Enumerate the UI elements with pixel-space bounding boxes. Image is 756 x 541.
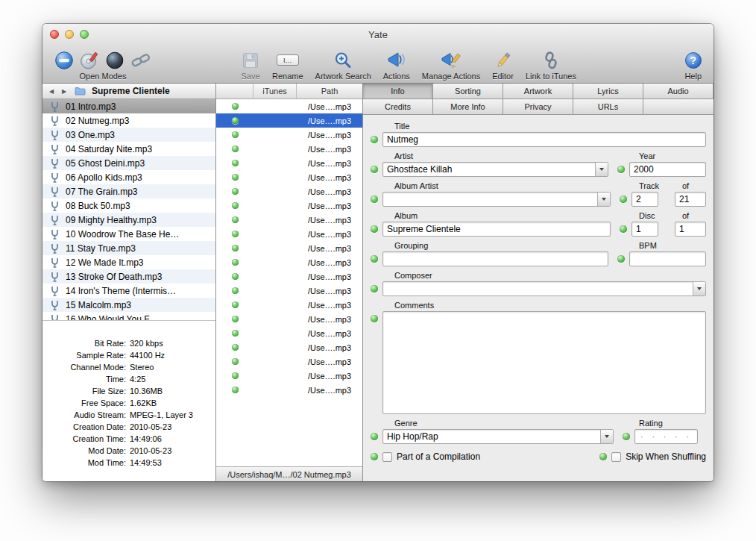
- sidebar-file-item[interactable]: 08 Buck 50.mp3: [42, 198, 215, 213]
- sidebar-file-item[interactable]: 09 Mighty Healthy.mp3: [42, 213, 215, 227]
- minus-circle-icon[interactable]: [54, 50, 74, 71]
- sidebar-file-item[interactable]: 13 Stroke Of Death.mp3: [42, 269, 215, 284]
- zoom-button[interactable]: [80, 30, 89, 39]
- tab-audio[interactable]: Audio: [643, 84, 714, 99]
- close-button[interactable]: [50, 30, 59, 39]
- sidebar-file-item[interactable]: 16 Who Would You F…: [42, 312, 215, 320]
- sidebar-file-item[interactable]: 02 Nutmeg.mp3: [42, 113, 215, 128]
- path-table-row[interactable]: /Use….mp3: [216, 326, 362, 340]
- compilation-checkbox[interactable]: [382, 452, 392, 462]
- manage-actions-button[interactable]: Manage Actions: [422, 50, 480, 81]
- back-button[interactable]: ◀: [47, 88, 56, 95]
- path-table-row[interactable]: /Use….mp3: [216, 156, 362, 170]
- sidebar-file-item[interactable]: 14 Iron's Theme (Intermis…: [42, 284, 215, 298]
- path-table-row[interactable]: /Use….mp3: [216, 255, 362, 269]
- sidebar-file-item[interactable]: 11 Stay True.mp3: [42, 241, 215, 255]
- track-label: Track: [639, 181, 659, 190]
- title-input[interactable]: [382, 132, 706, 147]
- detail-value: 2010-05-23: [130, 445, 171, 457]
- sidebar-file-item[interactable]: 06 Apollo Kids.mp3: [42, 170, 215, 184]
- sphere-icon[interactable]: [105, 50, 125, 71]
- path-table-row[interactable]: /Use….mp3: [216, 213, 362, 227]
- path-column-header[interactable]: Path: [297, 84, 362, 98]
- chevron-down-icon[interactable]: [597, 193, 610, 206]
- rating-control[interactable]: · · · · ·: [634, 429, 698, 444]
- disc-total-input[interactable]: [675, 222, 706, 237]
- sidebar-file-item[interactable]: 15 Malcolm.mp3: [42, 298, 215, 312]
- status-column-header[interactable]: [216, 84, 253, 98]
- tab-urls[interactable]: URLs: [573, 99, 643, 115]
- album-artist-combo[interactable]: [382, 192, 611, 207]
- path-table-row[interactable]: /Use….mp3: [216, 142, 362, 156]
- sidebar-file-item[interactable]: 05 Ghost Deini.mp3: [42, 156, 215, 170]
- forward-button[interactable]: ▶: [60, 88, 69, 95]
- tab-privacy[interactable]: Privacy: [503, 99, 573, 115]
- detail-label: Sample Rate:: [42, 349, 126, 361]
- file-name: 07 The Grain.mp3: [66, 187, 138, 197]
- path-table-row[interactable]: /Use….mp3: [216, 241, 362, 255]
- chevron-down-icon[interactable]: [693, 282, 705, 295]
- artist-combo[interactable]: Ghostface Killah: [382, 162, 608, 177]
- path-table-row[interactable]: /Use….mp3: [216, 312, 362, 326]
- status-dot: [232, 344, 239, 351]
- tab-sorting[interactable]: Sorting: [433, 84, 503, 99]
- path-table-row[interactable]: /Use….mp3: [216, 128, 362, 142]
- path-table-row[interactable]: /Use….mp3: [216, 269, 362, 284]
- comments-input[interactable]: [382, 311, 706, 414]
- album-artist-label: Album Artist: [394, 181, 438, 190]
- composer-combo[interactable]: [382, 281, 706, 296]
- track-total-input[interactable]: [675, 192, 706, 207]
- titlebar[interactable]: Yate: [42, 24, 714, 45]
- album-input[interactable]: [382, 222, 611, 237]
- path-table-row[interactable]: /Use….mp3: [216, 184, 362, 198]
- disc-input[interactable]: [631, 222, 658, 237]
- sidebar-file-item[interactable]: 12 We Made It.mp3: [42, 255, 215, 269]
- track-input[interactable]: [631, 192, 658, 207]
- path-table-row[interactable]: /Use….mp3: [216, 383, 362, 397]
- tab-lyrics[interactable]: Lyrics: [573, 84, 643, 99]
- status-dot: [232, 231, 239, 237]
- megaphone-pencil-icon: [441, 50, 462, 71]
- path-table-row[interactable]: /Use….mp3: [216, 198, 362, 213]
- path-table-row[interactable]: /Use….mp3: [216, 227, 362, 241]
- disc-edit-icon[interactable]: [80, 50, 99, 71]
- sidebar-file-item[interactable]: 04 Saturday Nite.mp3: [42, 142, 215, 156]
- chain-link-icon[interactable]: [130, 50, 151, 71]
- help-button[interactable]: Help: [684, 50, 702, 81]
- chevron-down-icon[interactable]: [600, 430, 613, 443]
- tab-more-info[interactable]: More Info: [433, 99, 503, 115]
- sidebar-file-item[interactable]: 03 One.mp3: [42, 128, 215, 142]
- path-table-row[interactable]: /Use….mp3: [216, 284, 362, 298]
- link-to-itunes-button[interactable]: Link to iTunes: [526, 50, 576, 81]
- sidebar-file-item[interactable]: 07 The Grain.mp3: [42, 184, 215, 198]
- tab-artwork[interactable]: Artwork: [503, 84, 573, 99]
- path-table-row[interactable]: /Use….mp3: [216, 298, 362, 312]
- grouping-input[interactable]: [382, 251, 608, 266]
- path-table-row[interactable]: /Use….mp3: [216, 369, 362, 383]
- itunes-column-header[interactable]: iTunes: [253, 84, 297, 98]
- detail-row: Time:4:25: [42, 373, 215, 385]
- save-button[interactable]: Save: [241, 50, 260, 81]
- path-table-row[interactable]: /Use….mp3: [216, 113, 362, 128]
- path-table-row[interactable]: /Use….mp3: [216, 354, 362, 369]
- shuffle-checkbox[interactable]: [611, 452, 621, 462]
- minimize-button[interactable]: [65, 30, 74, 39]
- rename-button[interactable]: I… Rename: [272, 50, 303, 81]
- editor-button[interactable]: Editor: [492, 50, 514, 81]
- path-table-row[interactable]: /Use….mp3: [216, 340, 362, 354]
- path-table-row[interactable]: /Use….mp3: [216, 170, 362, 184]
- file-name: 06 Apollo Kids.mp3: [66, 172, 142, 183]
- bpm-input[interactable]: [629, 251, 706, 266]
- tab-info[interactable]: Info: [363, 84, 433, 99]
- sidebar-file-item[interactable]: 10 Woodrow The Base He…: [42, 227, 215, 241]
- genre-combo[interactable]: Hip Hop/Rap: [382, 429, 614, 444]
- tab-credits[interactable]: Credits: [363, 99, 433, 115]
- chevron-down-icon[interactable]: [595, 163, 608, 176]
- path-table-row[interactable]: /Use….mp3: [216, 99, 362, 113]
- year-input[interactable]: [629, 162, 706, 177]
- comments-label: Comments: [394, 301, 434, 310]
- artwork-search-button[interactable]: Artwork Search: [315, 50, 371, 81]
- path-cell: /Use….mp3: [297, 272, 362, 281]
- sidebar-file-item[interactable]: 01 Intro.mp3: [42, 99, 215, 113]
- actions-button[interactable]: Actions: [383, 50, 410, 81]
